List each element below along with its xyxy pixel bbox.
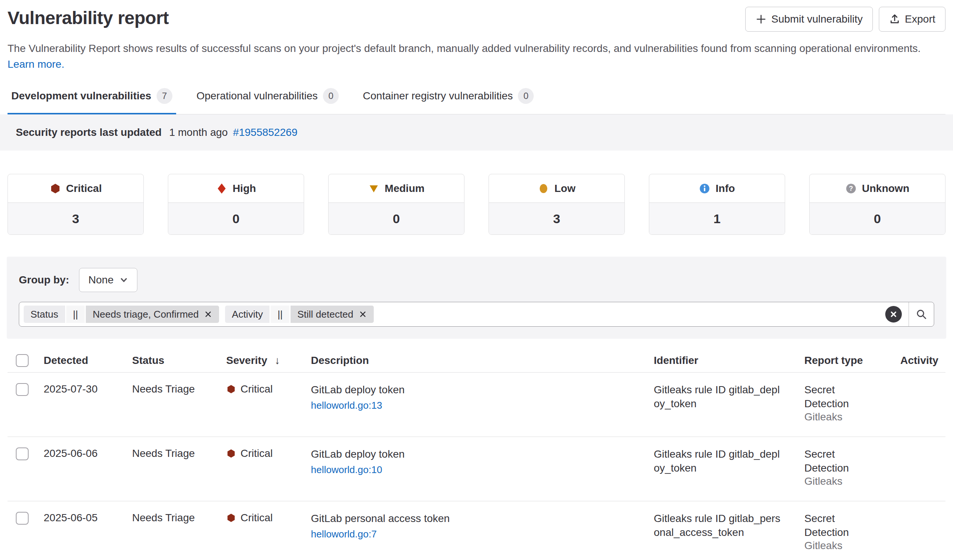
select-all-checkbox[interactable] [16,354,29,367]
row-checkbox[interactable] [16,512,29,524]
group-by-value: None [88,274,114,286]
clear-icon [889,310,898,318]
severity-card-label: High [233,183,256,195]
table-row: 2025-06-05 Needs Triage Critical GitLab … [8,501,945,560]
token-name[interactable]: Status [24,306,65,323]
header-report-type[interactable]: Report type [804,355,900,366]
severity-card-header: Low [489,174,624,203]
severity-card-header: High [168,174,304,203]
export-label: Export [905,13,935,25]
clear-filters-button[interactable] [885,306,902,323]
submit-vulnerability-label: Submit vulnerability [771,13,863,25]
header-identifier[interactable]: Identifier [654,355,804,366]
export-button[interactable]: Export [879,7,945,32]
token-operator[interactable]: || [271,306,289,323]
last-updated-bar: Security reports last updated 1 month ag… [0,115,953,150]
search-button[interactable] [909,302,934,326]
severity-card-count: 1 [649,203,785,234]
severity-card-critical[interactable]: Critical 3 [8,174,144,235]
severity-high-icon [216,183,227,194]
report-type: Secret Detection [804,383,861,411]
tab-operational-vulnerabilities[interactable]: Operational vulnerabilities 0 [193,88,343,115]
severity-card-header: Critical [8,174,143,203]
pipeline-link[interactable]: #1955852269 [233,126,297,138]
report-type: Secret Detection [804,512,861,540]
scanner-name: Gitleaks [804,540,894,552]
severity-card-header: ? Unknown [810,174,945,203]
token-value-text: Still detected [297,309,354,320]
filter-section: Group by: None Status || Needs triage, C… [7,257,946,339]
detected-cell: 2025-06-06 [43,447,132,459]
chevron-down-icon [120,276,128,284]
remove-token-icon[interactable] [204,310,212,318]
report-type-cell: Secret Detection Gitleaks [804,447,900,487]
header-activity[interactable]: Activity [900,355,945,366]
sort-descending-icon[interactable]: ↓ [275,355,280,366]
submit-vulnerability-button[interactable]: Submit vulnerability [745,7,873,32]
tab-count-badge: 7 [157,88,172,104]
report-type: Secret Detection [804,447,861,475]
header-description[interactable]: Description [311,355,654,366]
report-type-cell: Secret Detection Gitleaks [804,383,900,423]
last-updated-time: 1 month ago [169,126,228,138]
vulnerability-title[interactable]: GitLab deploy token [311,383,648,397]
table-row: 2025-06-06 Needs Triage Critical GitLab … [8,437,945,501]
description-cell: GitLab deploy token helloworld.go:13 [311,383,654,411]
table-header-row: Detected Status Severity ↓ Description I… [8,349,945,372]
page-title: Vulnerability report [8,6,169,28]
severity-label: Critical [241,383,273,395]
header-detected[interactable]: Detected [43,355,132,366]
severity-critical-icon [226,448,236,458]
severity-cell: Critical [226,512,311,524]
severity-critical-icon [226,384,236,394]
header-severity[interactable]: Severity ↓ [226,355,311,366]
scanner-name: Gitleaks [804,475,894,487]
header-status[interactable]: Status [132,355,226,366]
filtered-search-bar[interactable]: Status || Needs triage, Confirmed Activi… [19,302,934,327]
vulnerability-title[interactable]: GitLab deploy token [311,447,648,461]
token-value[interactable]: Still detected [290,306,374,323]
group-by-label: Group by: [19,274,69,286]
scanner-name: Gitleaks [804,411,894,423]
tab-container-registry-vulnerabilities[interactable]: Container registry vulnerabilities 0 [359,88,537,115]
last-updated-label: Security reports last updated [16,126,161,138]
vulnerability-report-page: Vulnerability report Submit vulnerabilit… [0,0,953,560]
severity-card-medium[interactable]: Medium 0 [328,174,464,235]
status-cell: Needs Triage [132,512,226,524]
token-name[interactable]: Activity [225,306,270,323]
location-link[interactable]: helloworld.go:13 [311,400,382,411]
location-link[interactable]: helloworld.go:7 [311,528,377,540]
header-severity-label: Severity [226,355,267,366]
learn-more-link[interactable]: Learn more. [8,58,64,70]
svg-text:?: ? [849,185,853,192]
vulnerability-title[interactable]: GitLab personal access token [311,512,648,525]
severity-critical-icon [50,183,61,194]
page-header: Vulnerability report Submit vulnerabilit… [8,6,945,32]
severity-card-count: 3 [489,203,624,234]
status-cell: Needs Triage [132,447,226,459]
filter-token-status: Status || Needs triage, Confirmed [24,306,219,323]
severity-card-header: Medium [329,174,464,203]
severity-cell: Critical [226,383,311,395]
severity-low-icon [538,183,549,194]
severity-card-unknown[interactable]: ? Unknown 0 [809,174,945,235]
severity-critical-icon [226,513,236,523]
location-link[interactable]: helloworld.go:10 [311,464,382,476]
tab-development-vulnerabilities[interactable]: Development vulnerabilities 7 [8,88,176,115]
tab-bar: Development vulnerabilities 7 Operationa… [8,88,945,115]
row-checkbox[interactable] [16,383,29,396]
token-operator[interactable]: || [66,306,85,323]
remove-token-icon[interactable] [359,310,367,318]
group-by-dropdown[interactable]: None [79,268,137,292]
severity-card-info[interactable]: Info 1 [649,174,785,235]
severity-card-high[interactable]: High 0 [168,174,304,235]
description-cell: GitLab deploy token helloworld.go:10 [311,447,654,476]
identifier-cell: Gitleaks rule ID gitlab_personal_access_… [654,512,804,540]
identifier-cell: Gitleaks rule ID gitlab_deploy_token [654,447,804,475]
token-value[interactable]: Needs triage, Confirmed [86,306,219,323]
severity-card-low[interactable]: Low 3 [489,174,625,235]
row-checkbox[interactable] [16,447,29,460]
severity-card-header: Info [649,174,785,203]
group-by-row: Group by: None [19,268,934,292]
token-value-text: Needs triage, Confirmed [93,309,199,320]
